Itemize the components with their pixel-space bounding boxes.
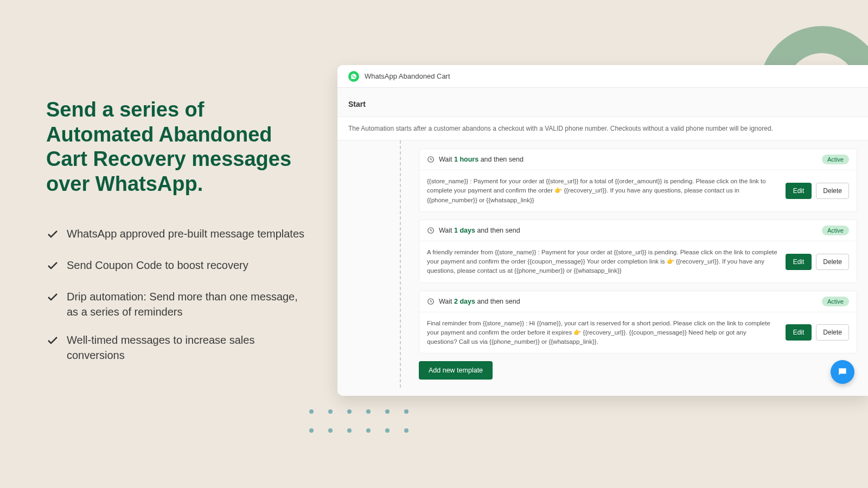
wait-text: Wait 1 hours and then send [439,156,524,163]
svg-rect-3 [840,370,845,371]
wait-text: Wait 1 days and then send [439,227,520,234]
step-header: Wait 1 hours and then send Active [419,149,857,170]
feature-text: Send Coupon Code to boost recovery [67,258,248,273]
chat-fab[interactable] [831,360,854,384]
feature-item: Send Coupon Code to boost recovery [46,258,312,276]
clock-icon [427,156,435,163]
edit-button[interactable]: Edit [786,254,812,270]
marketing-panel: Send a series of Automated Abandoned Car… [46,98,312,376]
feature-text: WhatsApp approved pre-built message temp… [67,226,304,241]
template-step: Wait 2 days and then send Active Final r… [419,291,857,354]
feature-item: WhatsApp approved pre-built message temp… [46,226,312,245]
feature-list: WhatsApp approved pre-built message temp… [46,226,312,363]
app-header: WhatsApp Abandoned Cart [337,65,868,88]
clock-icon [427,227,435,234]
check-icon [46,291,61,307]
add-template-button[interactable]: Add new template [419,361,493,380]
template-message: {{store_name}} : Payment for your order … [427,177,778,205]
template-step: Wait 1 days and then send Active A frien… [419,220,857,283]
check-icon [46,228,61,245]
step-header: Wait 1 days and then send Active [419,220,857,241]
delete-button[interactable]: Delete [816,183,849,199]
status-badge: Active [822,155,849,164]
chat-icon [837,367,848,377]
app-title: WhatsApp Abandoned Cart [365,72,450,80]
template-step: Wait 1 hours and then send Active {{stor… [419,149,857,212]
edit-button[interactable]: Edit [786,183,812,199]
end-label: End [337,388,868,396]
template-message: Final reminder from {{store_name}} : Hi … [427,319,778,347]
start-info: The Automation starts after a customer a… [337,117,868,140]
status-badge: Active [822,226,849,235]
check-icon [46,334,61,351]
whatsapp-icon [348,71,359,82]
edit-button[interactable]: Edit [786,324,812,341]
app-window: WhatsApp Abandoned Cart Start The Automa… [337,65,868,396]
start-label: Start [337,88,868,117]
wait-text: Wait 2 days and then send [439,298,520,305]
delete-button[interactable]: Delete [816,254,849,270]
check-icon [46,259,61,276]
feature-item: Well-timed messages to increase sales co… [46,332,312,363]
template-message: A friendly reminder from {{store_name}} … [427,248,778,276]
delete-button[interactable]: Delete [816,324,849,341]
headline: Send a series of Automated Abandoned Car… [46,98,312,196]
svg-rect-4 [840,371,844,372]
step-header: Wait 2 days and then send Active [419,291,857,312]
clock-icon [427,298,435,305]
status-badge: Active [822,297,849,306]
steps-track: Wait 1 hours and then send Active {{stor… [337,140,868,388]
feature-text: Drip automation: Send more than one mess… [67,289,312,319]
feature-text: Well-timed messages to increase sales co… [67,332,312,363]
feature-item: Drip automation: Send more than one mess… [46,289,312,319]
